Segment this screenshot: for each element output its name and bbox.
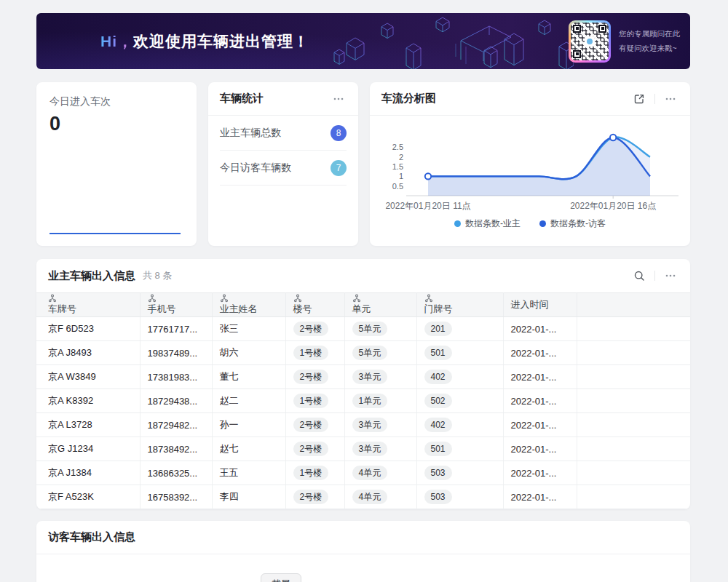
column-header-phone[interactable]: 手机号 [140,293,212,317]
header-label: 门牌号 [424,303,453,314]
cell-owner: 张三 [212,317,285,341]
table-row[interactable]: 京A L372818729482...孙一2号楼3单元4022022-01-..… [36,413,690,437]
cell-text: 17381983... [148,372,198,383]
cell-text: 2022-01-... [511,396,557,407]
today-entries-value: 0 [50,113,183,135]
qr-code-pattern [571,23,609,60]
table-row[interactable]: 京F 6D52317761717...张三2号楼5单元2012022-01-..… [36,317,690,341]
more-icon[interactable] [331,91,347,107]
column-header-unit[interactable]: 单元 [344,293,416,317]
qr-center-logo-icon [585,36,595,47]
column-header-plate[interactable]: 车牌号 [36,293,140,317]
cell-text: 18738492... [148,444,198,455]
tag-pill: 1号楼 [293,346,329,360]
cell-unit: 1单元 [344,389,416,413]
cell-text: 2022-01-... [511,324,557,335]
legend-label: 数据条数-业主 [465,218,521,230]
field-type-icon [220,294,229,303]
table-row[interactable]: 京A K839218729438...赵二1号楼1单元5022022-01-..… [36,389,690,413]
cell-phone: 17381983... [140,365,212,389]
cell-filler [577,437,690,461]
cell-building: 2号楼 [285,485,344,509]
cell-unit: 3单元 [344,365,416,389]
cell-time: 2022-01-... [503,365,577,389]
record-count: 共 8 条 [143,269,172,282]
cell-unit: 4单元 [344,485,416,509]
tag-pill: 201 [424,322,452,336]
vehicle-stats-title: 车辆统计 [220,92,264,105]
cell-text: 京A W3849 [48,371,96,382]
cell-plate: 京A J1384 [36,461,140,485]
table-row[interactable]: 京F A523K16758392...李四2号楼4单元5032022-01-..… [36,485,690,509]
header-label: 单元 [352,303,371,314]
legend-dot-icon [539,220,546,227]
column-header-building[interactable]: 楼号 [285,293,344,317]
legend-item[interactable]: 数据条数-访客 [539,218,606,230]
qr-finder-icon [573,50,581,58]
cell-building: 2号楼 [285,365,344,389]
owner-table-card: 业主车辆出入信息 共 8 条 车牌号手机号业主姓名楼号单元门牌号进入时间 京F … [36,259,690,509]
cell-time: 2022-01-... [503,461,577,485]
cell-unit: 4单元 [344,461,416,485]
tag-pill: 1单元 [352,394,388,408]
search-icon[interactable] [631,268,647,284]
column-header-door[interactable]: 门牌号 [416,293,503,317]
dashboard-page: Hi，欢迎使用车辆进出管理！ 您的专属顾问在此 有疑问欢迎来戳~ [0,0,728,582]
legend-item[interactable]: 数据条数-业主 [454,218,521,230]
cell-door: 501 [416,341,503,365]
x-tick-label: 2022年01月20日 11点 [385,201,470,211]
column-header-owner[interactable]: 业主姓名 [212,293,285,317]
cell-text: 董七 [220,371,239,382]
table-row[interactable]: 京G J123418738492...赵七2号楼3单元5012022-01-..… [36,437,690,461]
header-label: 进入时间 [511,299,549,310]
more-icon[interactable] [662,91,678,107]
table-row[interactable]: 京A J138413686325...王五1号楼4单元5032022-01-..… [36,461,690,485]
cell-text: 13686325... [148,468,198,479]
chart-marker [610,135,616,140]
cell-text: 18729482... [148,420,198,431]
cell-door: 503 [416,461,503,485]
cell-time: 2022-01-... [503,413,577,437]
tag-pill: 2号楼 [293,370,329,384]
table-row[interactable]: 京A J849319837489...胡六1号楼5单元5012022-01-..… [36,341,690,365]
cell-text: 京A J1384 [48,467,92,478]
flow-chart-title: 车流分析图 [381,92,436,105]
divider [654,271,655,281]
column-header-time[interactable]: 进入时间 [503,293,577,317]
cell-text: 张三 [220,323,239,334]
cell-text: 京A K8392 [48,395,93,406]
header-label: 楼号 [293,303,312,314]
cell-plate: 京A J8493 [36,341,140,365]
tag-pill: 402 [424,418,452,432]
cell-filler [577,341,690,365]
expand-icon[interactable] [631,91,647,107]
tag-pill: 1号楼 [293,466,329,480]
cell-text: 胡六 [220,347,239,358]
y-tick-label: 1.5 [392,162,403,171]
cell-text: 19837489... [148,348,198,359]
table-row[interactable]: 京A W384917381983...董七2号楼3单元4022022-01-..… [36,365,690,389]
cell-text: 李四 [220,491,239,502]
tag-pill: 3单元 [352,370,388,384]
cell-text: 王五 [220,467,239,478]
cell-plate: 京G J1234 [36,437,140,461]
isometric-city-illustration [326,13,574,69]
cell-text: 京F A523K [48,491,94,502]
cell-door: 503 [416,485,503,509]
header-label: 业主姓名 [220,303,258,314]
cell-building: 2号楼 [285,413,344,437]
welcome-banner: Hi，欢迎使用车辆进出管理！ 您的专属顾问在此 有疑问欢迎来戳~ [36,13,690,69]
screenshot-button[interactable]: 截屏 [261,573,301,582]
cell-plate: 京F 6D523 [36,317,140,341]
field-type-icon [48,294,57,303]
stat-label: 今日访客车辆数 [220,162,291,175]
column-header-filler [577,293,690,317]
flow-chart-body: 0.511.522.52022年01月20日 11点2022年01月20日 16… [370,116,690,230]
cell-owner: 孙一 [212,413,285,437]
cell-time: 2022-01-... [503,485,577,509]
legend-dot-icon [454,220,461,227]
cell-owner: 赵七 [212,437,285,461]
cell-owner: 赵二 [212,389,285,413]
more-icon[interactable] [662,268,678,284]
cell-unit: 5单元 [344,317,416,341]
